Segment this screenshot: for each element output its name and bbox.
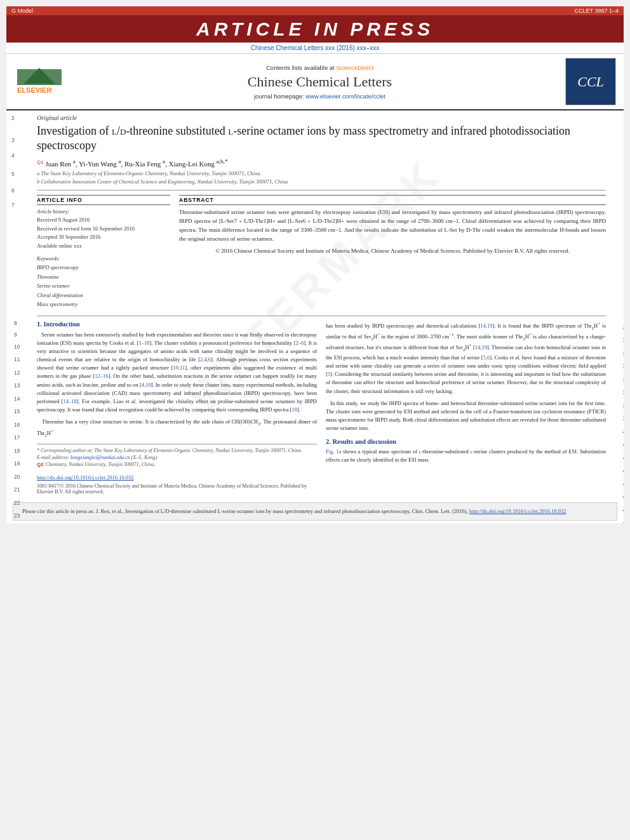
article-info-col: Article Info Article history: Received 9…	[37, 195, 170, 309]
g-model-label: G Model	[11, 8, 33, 14]
article-in-press-banner: ARTICLE IN PRESS	[6, 15, 624, 43]
line-12: 12	[14, 370, 20, 376]
elsevier-logo-icon: ELSEVIER	[14, 66, 65, 95]
q1-marker: Q1	[37, 159, 44, 165]
citation-footer: Please cite this article in press as: J.…	[13, 502, 617, 521]
right-para-1: has been studied by IRPD spectroscopy an…	[326, 321, 606, 396]
homepage-line: journal homepage: www.elsevier.com/locat…	[74, 93, 565, 100]
line-num-5: 5	[11, 171, 15, 177]
article-info-header: Article Info	[37, 195, 170, 205]
article-dates: Received 9 August 2016 Received in revis…	[37, 216, 170, 250]
journal-title-area: Contents lists available at ScienceDirec…	[74, 64, 565, 100]
line-20: 20	[14, 474, 20, 480]
keyword-5: Mass spectrometry	[37, 300, 170, 309]
sciencedirect-link[interactable]: ScienceDirect	[336, 64, 373, 71]
svg-text:ELSEVIER: ELSEVIER	[17, 86, 51, 94]
article-title: Investigation of l/d-threonine substitut…	[37, 124, 606, 154]
keyword-4: Chiral differentiation	[37, 291, 170, 300]
rline-39: 39	[623, 416, 624, 422]
abstract-header: Abstract	[179, 195, 606, 205]
contents-label: Contents lists available at ScienceDirec…	[74, 64, 565, 71]
line-num-3: 3	[11, 138, 15, 143]
email-link[interactable]: kongxianglei@nankai.edu.cn	[70, 455, 130, 460]
body-line-nums: 8 9 10 11 12 13 14 15 16 17 18 19 20 21 …	[14, 321, 20, 524]
line-11: 11	[14, 357, 20, 363]
right-para-2: In this study, we study the IRPD spectra…	[326, 399, 606, 433]
rline-38: 38	[623, 403, 624, 409]
rline-35: 35	[623, 364, 624, 370]
keyword-2: Threonine	[37, 272, 170, 281]
abstract-copyright: © 2016 Chinese Chemical Society and Inst…	[179, 247, 606, 256]
article-body: 2 3 4 5 6 7 Original article Investigati…	[6, 110, 624, 498]
abstract-text: Threonine-substituted serine octamer ion…	[179, 208, 606, 244]
elsevier-logo-area: ELSEVIER	[14, 66, 74, 97]
footnote-area: * Corresponding author at; The State Key…	[37, 444, 317, 467]
line-num-2: 2	[11, 116, 15, 121]
rline-46: 46	[623, 507, 624, 513]
journal-cover-image: CCL	[565, 58, 616, 105]
cite-doi-link[interactable]: http://dx.doi.org/10.1016/j.cclet.2016.1…	[469, 508, 566, 514]
received1: Received 9 August 2016	[37, 216, 170, 225]
body-left-col: 8 9 10 11 12 13 14 15 16 17 18 19 20 21 …	[37, 321, 317, 495]
line-13: 13	[14, 383, 20, 389]
cite-text: Please cite this article in press as: J.…	[22, 508, 468, 514]
q2-area: Q2 Chemistry, Nankai University, Tianjin…	[37, 462, 317, 467]
line-19: 19	[14, 461, 20, 467]
article-type: Original article	[37, 114, 606, 121]
authors-line: Q1 Juan Ren a, Yi-Yun Wang a, Ru-Xia Fen…	[37, 159, 606, 168]
rline-33: 33	[623, 338, 624, 343]
results-heading: 2. Results and discussion	[326, 438, 606, 445]
line-num-6: 6	[11, 188, 15, 194]
intro-para-2: Threonine has a very close structure to …	[37, 418, 317, 439]
affiliation-a: a The State Key Laboratory of Elemento-O…	[37, 170, 606, 178]
footnote-corresponding: * Corresponding author at; The State Key…	[37, 447, 317, 455]
line-23: 23	[14, 513, 20, 519]
available-online: Available online xxx	[37, 242, 170, 251]
line-22: 22	[14, 500, 20, 506]
line-15: 15	[14, 409, 20, 415]
keywords-label: Keywords:	[37, 255, 170, 262]
received2: Received in revised form 16 September 20…	[37, 225, 170, 234]
line-17: 17	[14, 435, 20, 441]
line-8: 8	[14, 321, 20, 326]
line-num-4: 4	[11, 153, 15, 159]
right-line-nums: 32 33 34 35 36 37 38 39 40 41 42 43 44 4…	[623, 325, 624, 524]
line-21: 21	[14, 487, 20, 493]
affiliations: a The State Key Laboratory of Elemento-O…	[37, 170, 606, 186]
footnote-email: E-mail address: kongxianglei@nankai.edu.…	[37, 455, 317, 460]
article-history-label: Article history:	[37, 208, 170, 215]
line-numbers-col: 2 3 4 5 6 7	[11, 114, 15, 208]
introduction-heading: 1. Introduction	[37, 321, 317, 328]
line-num-7: 7	[11, 203, 15, 208]
body-section: 8 9 10 11 12 13 14 15 16 17 18 19 20 21 …	[37, 316, 606, 495]
doi-link[interactable]: http://dx.doi.org/10.1016/j.cclet.2016.1…	[37, 474, 134, 481]
rline-34: 34	[623, 351, 624, 357]
journal-header: ELSEVIER Contents lists available at Sci…	[6, 54, 624, 110]
line-9: 9	[14, 332, 20, 338]
affiliation-b: b Collaborative Innovation Center of Che…	[37, 178, 606, 186]
homepage-link[interactable]: www.elsevier.com/locate/cclet	[305, 93, 385, 100]
line-18: 18	[14, 448, 20, 454]
rline-32: 32	[623, 325, 624, 331]
keyword-1: IRPD spectroscopy	[37, 263, 170, 272]
article-id: CCLET 3867 1–4	[575, 8, 619, 14]
intro-para-1: Serine octamer has been extensively stud…	[37, 331, 317, 415]
line-14: 14	[14, 396, 20, 402]
abstract-col: Abstract Threonine-substituted serine oc…	[179, 195, 606, 309]
results-para: Fig. 1a shows a typical mass spectrum of…	[326, 448, 606, 464]
journal-name: Chinese Chemical Letters	[74, 74, 565, 90]
doi-area: http://dx.doi.org/10.1016/j.cclet.2016.1…	[37, 470, 317, 482]
issn-line: 1001-8417/© 2016 Chinese Chemical Societ…	[37, 483, 317, 495]
rline-42: 42	[623, 455, 624, 461]
rline-40: 40	[623, 429, 624, 435]
rline-45: 45	[623, 494, 624, 500]
journal-citation: Chinese Chemical Letters xxx (2016) xxx–…	[6, 43, 624, 54]
accepted: Accepted 30 September 2016	[37, 233, 170, 242]
body-right-col: 32 33 34 35 36 37 38 39 40 41 42 43 44 4…	[326, 321, 606, 495]
rline-43: 43	[623, 468, 624, 474]
rline-36: 36	[623, 377, 624, 383]
rline-41: 41	[623, 442, 624, 448]
rline-47: 47	[623, 520, 624, 523]
page: G Model CCLET 3867 1–4 ARTICLE IN PRESS …	[6, 6, 624, 523]
rline-37: 37	[623, 390, 624, 396]
